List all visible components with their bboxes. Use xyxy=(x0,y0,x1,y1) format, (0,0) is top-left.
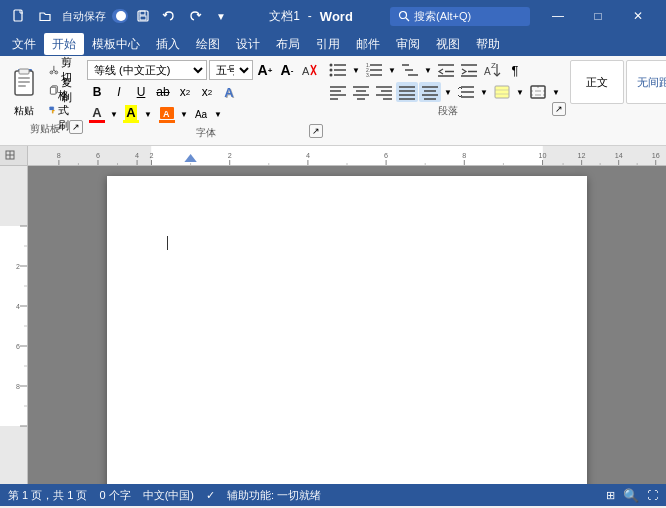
font-dialog-button[interactable]: ↗ xyxy=(309,124,323,138)
font-color-dropdown[interactable]: ▼ xyxy=(109,104,119,124)
paste-label: 粘贴 xyxy=(14,104,34,118)
toggle-switch[interactable] xyxy=(112,9,128,23)
svg-rect-125 xyxy=(0,166,28,226)
increase-indent-button[interactable] xyxy=(458,60,480,80)
document-page[interactable] xyxy=(107,176,587,484)
title-bar: 自动保存 ▼ 文档1 - Word 搜索(Alt+Q) — □ ✕ xyxy=(0,0,666,32)
svg-text:6: 6 xyxy=(16,343,20,350)
search-box[interactable]: 搜索(Alt+Q) xyxy=(390,7,530,26)
align-left-button[interactable] xyxy=(327,82,349,102)
align-right-button[interactable] xyxy=(373,82,395,102)
close-button[interactable]: ✕ xyxy=(618,0,658,32)
no-spacing-style-button[interactable]: 无间距 xyxy=(626,60,666,104)
undo-icon[interactable] xyxy=(158,5,180,27)
bullet-list-dropdown[interactable]: ▼ xyxy=(350,60,362,80)
svg-rect-88 xyxy=(543,146,666,166)
font-label: 字体 xyxy=(87,126,325,140)
clear-format-button[interactable]: A xyxy=(299,60,319,80)
accessibility-text[interactable]: 辅助功能: 一切就绪 xyxy=(227,488,321,503)
change-case-button[interactable]: Aa xyxy=(191,104,211,124)
expand-icon[interactable]: ⛶ xyxy=(647,489,658,501)
highlight-color-dropdown[interactable]: ▼ xyxy=(143,104,153,124)
menu-draw[interactable]: 绘图 xyxy=(188,33,228,55)
vertical-ruler-svg: 2 4 6 8 xyxy=(0,166,28,484)
menu-references[interactable]: 引用 xyxy=(308,33,348,55)
align-center-button[interactable] xyxy=(350,82,372,102)
multilevel-list-button[interactable] xyxy=(399,60,421,80)
autosave-toggle[interactable] xyxy=(112,8,128,24)
word-count[interactable]: 0 个字 xyxy=(99,488,130,503)
change-case-dropdown[interactable]: ▼ xyxy=(213,104,223,124)
svg-rect-19 xyxy=(50,107,54,110)
numbered-list-button[interactable]: 1.2.3. xyxy=(363,60,385,80)
increase-font-button[interactable]: A+ xyxy=(255,60,275,80)
zoom-icon[interactable]: 🔍 xyxy=(623,488,639,503)
svg-line-5 xyxy=(406,18,409,21)
menu-help[interactable]: 帮助 xyxy=(468,33,508,55)
menu-mailings[interactable]: 邮件 xyxy=(348,33,388,55)
font-controls: 等线 (中文正文) 五号 小初 初号 小一 一号 四号 三号 A+ A- A xyxy=(87,60,319,124)
svg-text:A: A xyxy=(302,65,310,77)
redo-icon[interactable] xyxy=(184,5,206,27)
language[interactable]: 中文(中国) xyxy=(143,488,194,503)
paste-button[interactable]: 粘贴 xyxy=(4,60,44,120)
show-formatting-button[interactable]: ¶ xyxy=(504,60,526,80)
strikethrough-button[interactable]: ab xyxy=(153,82,173,102)
shading-dropdown[interactable]: ▼ xyxy=(514,82,526,102)
svg-rect-10 xyxy=(18,81,30,83)
ruler-corner[interactable] xyxy=(4,147,24,165)
style-group-label: 样式 xyxy=(570,124,666,138)
decrease-indent-button[interactable] xyxy=(435,60,457,80)
para-align-dropdown[interactable]: ▼ xyxy=(442,82,454,102)
menu-view[interactable]: 视图 xyxy=(428,33,468,55)
bullet-list-button[interactable] xyxy=(327,60,349,80)
subscript-button[interactable]: x2 xyxy=(175,82,195,102)
shading-button[interactable] xyxy=(491,82,513,102)
page-info[interactable]: 第 1 页，共 1 页 xyxy=(8,488,87,503)
format-painter-button[interactable]: 格式刷 xyxy=(46,101,79,119)
menu-layout[interactable]: 布局 xyxy=(268,33,308,55)
font-size-select[interactable]: 五号 小初 初号 小一 一号 四号 三号 xyxy=(209,60,253,80)
view-mode-icon[interactable]: ⊞ xyxy=(606,489,615,502)
svg-text:4: 4 xyxy=(16,303,20,310)
line-spacing-dropdown[interactable]: ▼ xyxy=(478,82,490,102)
minimize-button[interactable]: — xyxy=(538,0,578,32)
menu-insert[interactable]: 插入 xyxy=(148,33,188,55)
svg-text:6: 6 xyxy=(384,152,388,160)
text-shading-dropdown[interactable]: ▼ xyxy=(179,104,189,124)
more-quick-access[interactable]: ▼ xyxy=(210,5,232,27)
border-button[interactable] xyxy=(527,82,549,102)
font-color-button[interactable]: A xyxy=(87,105,107,123)
superscript-button[interactable]: x2 xyxy=(197,82,217,102)
new-file-icon[interactable] xyxy=(8,5,30,27)
window-controls: — □ ✕ xyxy=(538,0,658,32)
font-family-select[interactable]: 等线 (中文正文) xyxy=(87,60,207,80)
justify-button[interactable] xyxy=(396,82,418,102)
sort-button[interactable]: AZ xyxy=(481,60,503,80)
page-canvas[interactable] xyxy=(28,166,666,484)
underline-button[interactable]: U xyxy=(131,82,151,102)
svg-point-4 xyxy=(400,12,407,19)
menu-home[interactable]: 开始 xyxy=(44,33,84,55)
maximize-button[interactable]: □ xyxy=(578,0,618,32)
text-effect-button[interactable]: A xyxy=(219,82,239,102)
numbered-list-dropdown[interactable]: ▼ xyxy=(386,60,398,80)
multilevel-list-dropdown[interactable]: ▼ xyxy=(422,60,434,80)
menu-design[interactable]: 设计 xyxy=(228,33,268,55)
italic-button[interactable]: I xyxy=(109,82,129,102)
bold-button[interactable]: B xyxy=(87,82,107,102)
border-dropdown[interactable]: ▼ xyxy=(550,82,562,102)
open-file-icon[interactable] xyxy=(34,5,56,27)
menu-review[interactable]: 审阅 xyxy=(388,33,428,55)
text-shading-button[interactable]: A xyxy=(157,106,177,123)
save-icon[interactable] xyxy=(132,5,154,27)
menu-file[interactable]: 文件 xyxy=(4,33,44,55)
highlight-color-button[interactable]: A xyxy=(121,105,141,123)
clipboard-dialog-button[interactable]: ↗ xyxy=(69,120,83,134)
normal-style-button[interactable]: 正文 xyxy=(570,60,624,104)
menu-template[interactable]: 模板中心 xyxy=(84,33,148,55)
distribute-button[interactable] xyxy=(419,82,441,102)
line-spacing-button[interactable] xyxy=(455,82,477,102)
decrease-font-button[interactable]: A- xyxy=(277,60,297,80)
paragraph-dialog-button[interactable]: ↗ xyxy=(552,102,566,116)
